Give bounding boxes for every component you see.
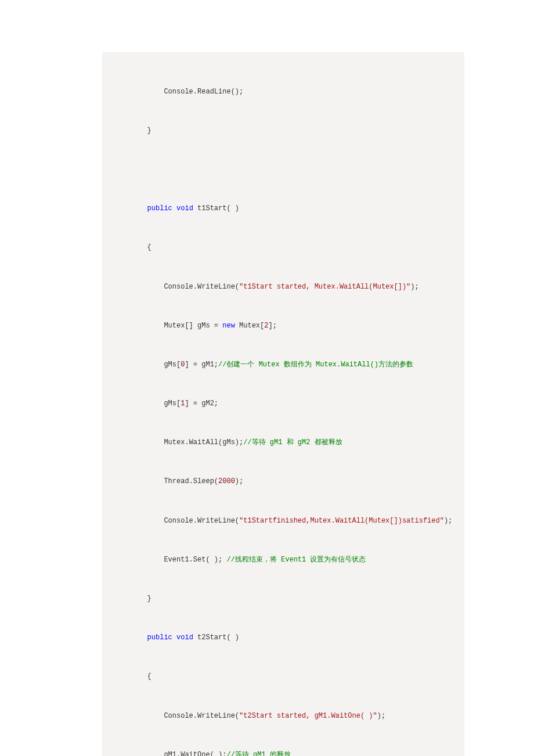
code-text: ]; [268,322,276,330]
code-text: Mutex[ [235,322,264,330]
code-text: t1Start( ) [193,204,239,213]
keyword: new [222,322,235,330]
code-text: { [114,672,151,681]
comment: //创建一个 Mutex 数组作为 Mutex.WaitAll()方法的参数 [218,361,413,369]
code-text: ); [444,517,452,525]
string-literal: "t2Start started, gM1.WaitOne( )" [239,712,377,720]
code-text: t2Start( ) [193,633,239,642]
code-text: gM1.WaitOne( ); [114,751,226,756]
comment: //线程结束，将 Event1 设置为有信号状态 [226,556,366,564]
comment: //等待 gM1 的释放 [226,751,290,756]
code-text: } [114,595,151,603]
code-line: Console.ReadLine(); [102,82,464,102]
code-text: ); [410,283,418,291]
keyword: void [176,633,193,642]
string-literal: "t1Startfinished,Mutex.WaitAll(Mutex[])s… [239,517,444,525]
code-text: Console.WriteLine( [114,517,239,525]
comment: //等待 gM1 和 gM2 都被释放 [243,438,342,447]
code-line: Console.WriteLine("t2Start started, gM1.… [102,707,464,726]
code-text: Console.WriteLine( [114,283,239,291]
string-literal: "t1Start started, Mutex.WaitAll(Mutex[])… [239,283,410,291]
code-line: Console.WriteLine("t1Start started, Mute… [102,278,464,297]
code-text: Mutex[] gMs = [114,322,222,330]
code-text: Mutex.WaitAll(gMs); [114,438,243,447]
code-line: public void t1Start( ) [102,199,464,219]
code-line: } [102,121,464,141]
code-line: Mutex[] gMs = new Mutex[2]; [102,316,464,336]
code-text: ] = gM1; [185,361,218,369]
code-block: Console.ReadLine(); } public void t1Star… [102,52,464,756]
code-text: } [114,127,151,135]
keyword: public [147,633,172,642]
code-text: ] = gM2; [185,399,218,408]
code-line: Console.WriteLine("t1Startfinished,Mutex… [102,512,464,531]
code-line: Mutex.WaitAll(gMs);//等待 gM1 和 gM2 都被释放 [102,433,464,453]
keyword: public [147,204,172,213]
code-line: } [102,589,464,609]
code-line: Event1.Set( ); //线程结束，将 Event1 设置为有信号状态 [102,550,464,570]
code-line: gMs[1] = gM2; [102,394,464,414]
code-text: { [114,243,151,251]
code-text: Console.WriteLine( [114,712,239,720]
code-text: ); [377,712,385,720]
code-line: public void t2Start( ) [102,628,464,648]
code-text: gMs[ [114,361,181,369]
code-text: Console.ReadLine(); [114,88,243,96]
code-text: Thread.Sleep( [114,477,218,485]
code-line: { [102,238,464,258]
code-text: ); [235,477,243,485]
code-line: Thread.Sleep(2000); [102,472,464,492]
code-text: Event1.Set( ); [114,556,226,564]
keyword: void [176,204,193,213]
blank-line [102,160,464,180]
code-text: gMs[ [114,399,181,408]
code-line: gM1.WaitOne( );//等待 gM1 的释放 [102,746,464,756]
code-line: gMs[0] = gM1;//创建一个 Mutex 数组作为 Mutex.Wai… [102,355,464,375]
code-line: { [102,667,464,687]
number-literal: 2000 [218,477,235,485]
